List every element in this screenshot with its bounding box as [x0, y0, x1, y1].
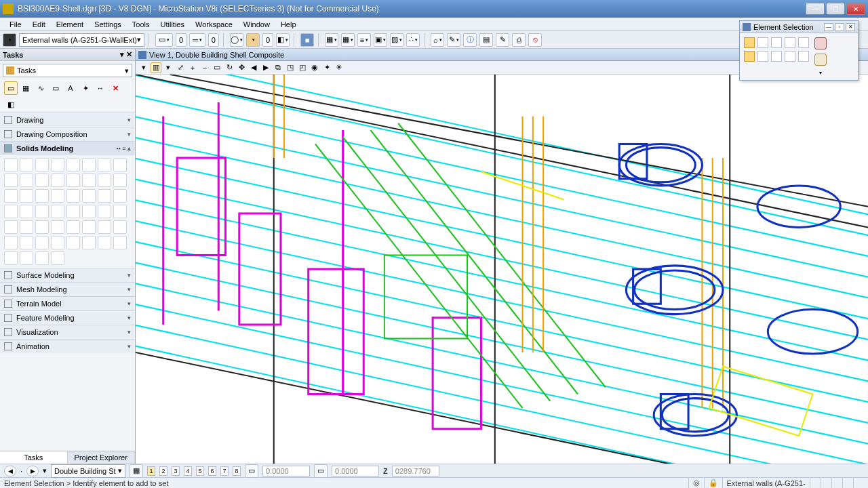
place-fence-tool[interactable]: ▦ — [19, 81, 33, 95]
info-icon[interactable]: ⓘ — [463, 33, 477, 47]
solid-tool-45[interactable] — [66, 236, 80, 249]
solid-tool-36[interactable] — [51, 220, 64, 234]
element-selection-panel[interactable]: Element Selection — ▫ ✕ ▾ — [739, 20, 859, 81]
menu-workspace[interactable]: Workspace — [190, 19, 238, 30]
sel-settings-icon[interactable] — [814, 54, 827, 66]
sel-method-new[interactable] — [744, 51, 755, 62]
solid-tool-43[interactable] — [35, 236, 49, 249]
lineweight2-value[interactable]: 0 — [208, 33, 219, 47]
solid-tool-15[interactable] — [98, 174, 111, 187]
view-2-button[interactable]: 2 — [159, 466, 167, 476]
zoom-in-icon[interactable]: + — [187, 62, 198, 73]
status-locks-icon[interactable]: 🔒 — [704, 478, 722, 488]
attributes-tool[interactable]: ◧ — [4, 98, 18, 111]
sel-method-subtract[interactable] — [771, 51, 782, 62]
status-cell-4[interactable] — [842, 478, 853, 488]
solid-tool-21[interactable] — [66, 189, 80, 203]
solid-tool-1[interactable] — [4, 158, 18, 171]
close-button[interactable]: ✕ — [846, 3, 865, 15]
sel-mode-line[interactable] — [798, 37, 809, 48]
solid-tool-25[interactable] — [4, 205, 18, 218]
refs-dd[interactable]: ▦ — [341, 33, 355, 47]
place-block-tool[interactable]: ▭ — [49, 81, 62, 95]
render-icon[interactable]: ✦ — [321, 62, 332, 73]
lineweight-value[interactable]: 0 — [176, 33, 186, 47]
status-cell-2[interactable] — [821, 478, 831, 488]
sel-handles-icon[interactable] — [814, 37, 827, 49]
solid-tool-29[interactable] — [66, 205, 80, 218]
solid-tool-33[interactable] — [4, 220, 18, 234]
view-groups-icon[interactable]: ▦ — [130, 464, 143, 478]
stop-icon[interactable]: ⦸ — [528, 33, 542, 47]
clip-volume-icon[interactable]: ◳ — [285, 62, 296, 73]
solid-tool-27[interactable] — [35, 205, 49, 218]
solid-tool-38[interactable] — [82, 220, 96, 234]
place-smartline-tool[interactable]: ∿ — [34, 81, 47, 95]
solid-tool-48[interactable] — [113, 236, 127, 249]
solid-tool-46[interactable] — [82, 236, 96, 249]
solid-tool-37[interactable] — [66, 220, 80, 234]
adjust-icon[interactable]: ▾ — [163, 62, 174, 73]
solid-tool-12[interactable] — [51, 174, 64, 187]
linestyle-dd[interactable]: ▭ — [155, 33, 173, 47]
nav-back-button[interactable]: ◀ — [4, 466, 16, 476]
panel-close-button[interactable]: ✕ — [846, 23, 855, 31]
solid-tool-24[interactable] — [113, 189, 127, 203]
menu-tools[interactable]: Tools — [127, 19, 155, 30]
model-combo[interactable]: Double Building St▾ — [51, 464, 125, 478]
solid-tool-22[interactable] — [82, 189, 96, 203]
class-dd[interactable]: ◯ — [230, 33, 243, 47]
lineweight-dd[interactable]: ═ — [189, 33, 205, 47]
sel-method-add[interactable] — [757, 51, 768, 62]
display-style-icon[interactable]: ▥ — [151, 62, 161, 73]
cat-feature[interactable]: Feature Modeling▾ — [0, 311, 135, 325]
menu-file[interactable]: File — [4, 19, 27, 30]
pointcloud-dd[interactable]: ∴ — [406, 33, 420, 47]
solid-tool-31[interactable] — [98, 205, 111, 218]
solid-tool-7[interactable] — [98, 158, 111, 171]
explorer-icon[interactable]: ▤ — [479, 33, 493, 47]
cat-drawing[interactable]: Drawing ▾ — [0, 113, 135, 127]
models-dd[interactable]: ▦ — [325, 33, 338, 47]
view-1-button[interactable]: 1 — [147, 466, 155, 476]
view-previous-icon[interactable]: ◀ — [248, 62, 259, 73]
tools-dd[interactable]: ✎ — [447, 33, 460, 47]
sel-mode-shape[interactable] — [771, 37, 782, 48]
sel-mode-individual[interactable] — [744, 37, 755, 48]
menu-utilities[interactable]: Utilities — [155, 19, 190, 30]
status-cell-5[interactable] — [853, 478, 864, 488]
solid-tool-39[interactable] — [98, 220, 111, 234]
menu-edit[interactable]: Edit — [27, 19, 51, 30]
solid-tool-8[interactable] — [113, 158, 127, 171]
view-7-button[interactable]: 7 — [220, 466, 229, 476]
tab-project-explorer[interactable]: Project Explorer — [68, 451, 136, 464]
menu-settings[interactable]: Settings — [89, 19, 127, 30]
status-snap-icon[interactable]: ◎ — [688, 478, 704, 488]
solid-tool-49[interactable] — [4, 251, 18, 265]
camera-icon[interactable]: ◉ — [309, 62, 320, 73]
priority-dd[interactable] — [246, 33, 260, 47]
tasks-combo[interactable]: Tasks ▾ — [3, 64, 132, 77]
place-text-tool[interactable]: A — [64, 81, 77, 95]
xy-lock-icon[interactable]: ▭ — [245, 464, 258, 478]
zoom-out-icon[interactable]: − — [199, 62, 210, 73]
keyin-dd[interactable]: ⌕ — [431, 33, 444, 47]
minimize-button[interactable]: — — [806, 3, 825, 15]
sel-expand-icon[interactable]: ▾ — [819, 70, 822, 76]
priority-value[interactable]: 0 — [262, 33, 273, 47]
solid-tool-42[interactable] — [20, 236, 33, 249]
solid-tool-30[interactable] — [82, 205, 96, 218]
cat-surface[interactable]: Surface Modeling▾ — [0, 268, 135, 282]
sel-mode-circle[interactable] — [785, 37, 795, 48]
clip-mask-icon[interactable]: ◰ — [297, 62, 308, 73]
pan-view-icon[interactable]: ✥ — [236, 62, 247, 73]
level-combo[interactable]: External walls (A-G251-G-WallExt) ▾ — [19, 33, 144, 47]
place-cell-tool[interactable]: ✦ — [79, 81, 92, 95]
solid-tool-51[interactable] — [35, 251, 49, 265]
solid-tool-41[interactable] — [4, 236, 18, 249]
menu-window[interactable]: Window — [238, 19, 275, 30]
view-4-button[interactable]: 4 — [184, 466, 192, 476]
cat-mesh[interactable]: Mesh Modeling▾ — [0, 283, 135, 296]
solid-tool-6[interactable] — [82, 158, 96, 171]
solid-tool-23[interactable] — [98, 189, 111, 203]
